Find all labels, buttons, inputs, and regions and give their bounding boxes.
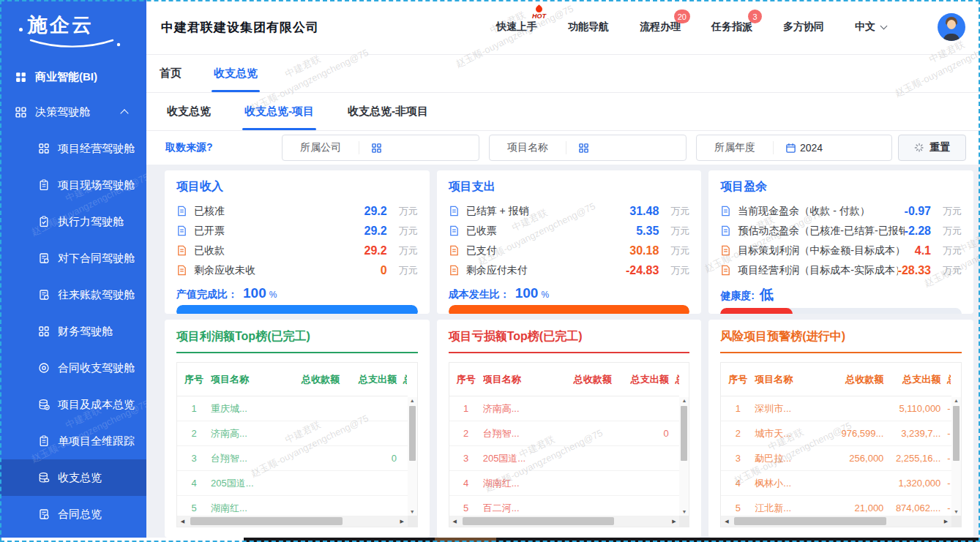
project-name-link[interactable]: 205国道...	[483, 452, 550, 465]
project-name-link[interactable]: 深圳市...	[755, 402, 822, 415]
scroll-right-arrow[interactable]: ▶	[940, 519, 951, 524]
sidebar: 施企云 商业智能(BI) 决策驾驶舱 项目经营驾驶舱 项目现场驾驶舱 执行力驾驶…	[0, 0, 146, 538]
sidebar-item-project-site[interactable]: 项目现场驾驶舱	[0, 167, 146, 203]
nav-function-guide[interactable]: 功能导航	[568, 20, 609, 34]
table-row[interactable]: 3台翔智...0	[177, 446, 408, 471]
project-name-filter[interactable]: 项目名称	[489, 135, 687, 161]
scroll-down-arrow[interactable]: ▼	[681, 508, 687, 516]
subtab-project[interactable]: 收支总览-项目	[244, 93, 314, 130]
table-row[interactable]: 1深圳市...5,110,000-	[721, 396, 951, 421]
sidebar-item-execution[interactable]: 执行力驾驶舱	[0, 203, 146, 240]
sidebar-item-project-cost[interactable]: 项目及成本总览	[0, 386, 146, 423]
scroll-right-arrow[interactable]: ▶	[397, 519, 408, 524]
sidebar-item-contract-inout[interactable]: 合同收支驾驶舱	[0, 350, 146, 386]
project-name-link[interactable]: 济南高...	[211, 427, 278, 440]
year-filter[interactable]: 所属年度 2024	[696, 135, 892, 161]
stat-value: -28.33	[898, 264, 931, 277]
user-avatar[interactable]	[938, 13, 965, 41]
horizontal-scrollbar[interactable]: ◀▶	[177, 516, 408, 527]
project-name-link[interactable]: 台翔智...	[483, 427, 550, 440]
stat-label: 已支付	[466, 244, 497, 257]
scroll-down-arrow[interactable]: ▼	[410, 508, 415, 516]
project-name-link[interactable]: 湖南红...	[483, 477, 550, 490]
table-title: 风险项目预警榜(进行中)	[720, 329, 962, 345]
horizontal-scrollbar[interactable]: ◀▶	[449, 516, 680, 527]
language-selector[interactable]: 中文	[855, 20, 886, 34]
project-name-link[interactable]: 城市天...	[755, 427, 822, 440]
nav-quick-start[interactable]: HOT 快速上手	[496, 20, 537, 34]
scroll-left-arrow[interactable]: ◀	[177, 519, 188, 524]
table-header-row: 序号 项目名称 总收款额 总支出额 总	[721, 363, 951, 396]
scroll-left-arrow[interactable]: ◀	[449, 519, 460, 524]
vertical-scrollbar[interactable]: ▲▼	[408, 397, 417, 516]
table-row[interactable]: 4205国道...	[177, 471, 408, 496]
progress-bar	[176, 305, 418, 314]
project-name-link[interactable]: 江北新...	[755, 502, 822, 515]
table-row[interactable]: 2城市天...976,599...3,239,7...-	[721, 421, 951, 446]
app-screen: 施企云 商业智能(BI) 决策驾驶舱 项目经营驾驶舱 项目现场驾驶舱 执行力驾驶…	[0, 0, 980, 538]
scroll-right-arrow[interactable]: ▶	[668, 519, 679, 524]
nav-process-handling[interactable]: 20 流程办理	[640, 20, 681, 34]
horizontal-scrollbar[interactable]: ◀▶	[721, 516, 951, 527]
nav-multi-collab[interactable]: 多方协同	[783, 20, 824, 34]
reset-button[interactable]: 重置	[898, 135, 966, 161]
table-row[interactable]: 1重庆城...	[177, 396, 408, 421]
sidebar-item-sub-contract[interactable]: 对下合同驾驶舱	[0, 240, 146, 276]
scrollbar-thumb[interactable]	[681, 406, 687, 461]
scroll-up-arrow[interactable]: ▲	[410, 397, 415, 404]
table-row[interactable]: 2济南高...	[177, 421, 408, 446]
project-name-link[interactable]: 台翔智...	[211, 452, 278, 465]
project-name-link[interactable]: 济南高...	[483, 402, 550, 415]
app-logo[interactable]: 施企云	[0, 0, 146, 60]
sidebar-item-finance[interactable]: 财务驾驶舱	[0, 313, 146, 350]
table-row[interactable]: 3勐巴拉...256,0002,255,16...-	[721, 446, 951, 471]
table-row[interactable]: 4枫林小...1,320,000-	[721, 471, 951, 496]
scroll-up-arrow[interactable]: ▲	[954, 397, 959, 404]
tab-income-expense[interactable]: 收支总览	[214, 55, 258, 92]
company-filter[interactable]: 所属公司	[282, 135, 479, 161]
scroll-down-arrow[interactable]: ▼	[954, 508, 959, 516]
stat-label: 预估动态盈余（已核准-已结算-已报销）	[738, 225, 904, 238]
data-source-link[interactable]: 取数来源?	[165, 141, 282, 154]
sidebar-item-contract-overview[interactable]: 合同总览	[0, 496, 146, 532]
table-row[interactable]: 4湖南红...	[449, 471, 680, 496]
count-badge: 20	[674, 10, 690, 23]
scroll-up-arrow[interactable]: ▲	[681, 397, 687, 404]
sidebar-item-label: 合同总览	[58, 508, 102, 522]
project-name-link[interactable]: 勐巴拉...	[755, 452, 822, 465]
project-name-link[interactable]: 重庆城...	[211, 402, 278, 415]
grid-picker-icon	[371, 143, 382, 154]
sidebar-item-decision-cockpit[interactable]: 决策驾驶舱	[0, 94, 146, 130]
vertical-scrollbar[interactable]: ▲▼	[679, 397, 689, 516]
nav-task-assign[interactable]: 3 任务指派	[711, 20, 752, 34]
title-rule	[720, 352, 962, 353]
project-name-link[interactable]: 湖南红...	[211, 502, 278, 515]
table-row[interactable]: 2台翔智...0	[449, 421, 680, 446]
stat-value: -0.97	[905, 205, 931, 218]
tab-home[interactable]: 首页	[160, 55, 182, 92]
table-row[interactable]: 3205国道...	[449, 446, 680, 471]
project-name-link[interactable]: 百二河...	[483, 502, 550, 515]
stat-value: -24.83	[626, 264, 659, 277]
sidebar-item-single-project[interactable]: 单项目全维跟踪	[0, 423, 146, 459]
subtab-overview[interactable]: 收支总览	[167, 93, 211, 130]
project-name-link[interactable]: 205国道...	[211, 477, 278, 490]
table-row[interactable]: 1济南高...	[449, 396, 680, 421]
scrollbar-thumb[interactable]	[190, 517, 343, 525]
taskbar-sliver-accent	[435, 538, 496, 542]
scrollbar-thumb[interactable]	[734, 517, 886, 525]
sidebar-item-accounts[interactable]: 往来账款驾驶舱	[0, 276, 146, 313]
sidebar-item-bi[interactable]: 商业智能(BI)	[0, 60, 146, 94]
project-name-link[interactable]: 枫林小...	[755, 477, 822, 490]
sidebar-item-income-expense[interactable]: 收支总览	[0, 459, 146, 496]
scrollbar-thumb[interactable]	[409, 406, 416, 461]
subtab-non-project[interactable]: 收支总览-非项目	[348, 93, 428, 130]
scroll-left-arrow[interactable]: ◀	[721, 519, 732, 524]
nav-label: 多方协同	[783, 20, 824, 32]
progress-bar	[720, 308, 962, 314]
vertical-scrollbar[interactable]: ▲▼	[951, 397, 961, 516]
scrollbar-thumb[interactable]	[463, 517, 615, 525]
filter-label: 所属公司	[283, 141, 359, 154]
scrollbar-thumb[interactable]	[953, 406, 960, 461]
sidebar-item-project-operation[interactable]: 项目经营驾驶舱	[0, 130, 146, 167]
